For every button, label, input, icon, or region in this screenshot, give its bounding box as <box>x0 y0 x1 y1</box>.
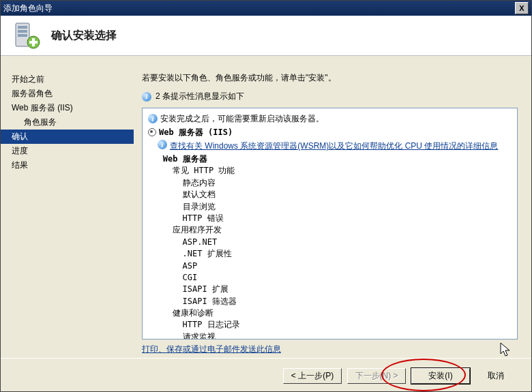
wizard-header: 确认安装选择 <box>1 16 531 56</box>
sidebar-item-role-services[interactable]: 角色服务 <box>1 115 134 130</box>
close-button[interactable]: X <box>515 2 529 14</box>
info-icon: i <box>158 140 167 149</box>
instruction-text: 若要安装以下角色、角色服务或功能，请单击"安装"。 <box>142 72 518 84</box>
previous-button[interactable]: < 上一步(P) <box>283 368 342 384</box>
svg-rect-2 <box>18 30 27 33</box>
info-icon: i <box>148 114 158 123</box>
install-button[interactable]: 安装(I) <box>411 368 470 384</box>
print-link-row: 打印、保存或通过电子邮件发送此信息 <box>142 344 518 355</box>
wizard-body: 开始之前 服务器角色 Web 服务器 (IIS) 角色服务 确认 进度 结果 若… <box>1 56 531 358</box>
wizard-main: 若要安装以下角色、角色服务或功能，请单击"安装"。 i 2 条提示性消息显示如下… <box>134 56 531 358</box>
wizard-sidebar: 开始之前 服务器角色 Web 服务器 (IIS) 角色服务 确认 进度 结果 <box>1 56 134 358</box>
window-title: 添加角色向导 <box>3 3 515 14</box>
titlebar: 添加角色向导 X <box>1 1 531 16</box>
sidebar-item-confirmation[interactable]: 确认 <box>1 130 134 144</box>
wizard-window: 添加角色向导 X 确认安装选择 开始之前 服务器角色 Web 服务器 (IIS)… <box>0 0 532 392</box>
sidebar-item-server-roles[interactable]: 服务器角色 <box>1 87 134 101</box>
next-button: 下一步(N) > <box>347 368 406 384</box>
bullet-icon <box>148 128 156 136</box>
cancel-button[interactable]: 取消 <box>475 368 516 384</box>
page-heading: 确认安装选择 <box>51 29 117 43</box>
info-count-line: i 2 条提示性消息显示如下 <box>142 91 518 102</box>
role-header-row: Web 服务器 (IIS) <box>148 126 512 138</box>
restart-note-text: 安装完成之后，可能需要重新启动该服务器。 <box>160 112 324 125</box>
confirmation-content[interactable]: i 安装完成之后，可能需要重新启动该服务器。 Web 服务器 (IIS) i 查… <box>142 108 518 340</box>
restart-note-row: i 安装完成之后，可能需要重新启动该服务器。 <box>148 112 512 125</box>
wsrm-link[interactable]: 查找有关 Windows 系统资源管理器(WSRM)以及它如何帮助优化 CPU … <box>170 140 498 152</box>
print-save-email-link[interactable]: 打印、保存或通过电子邮件发送此信息 <box>142 344 281 354</box>
services-tree: Web 服务器 常见 HTTP 功能 静态内容 默认文档 目录浏览 HTTP 错… <box>148 153 512 340</box>
svg-rect-3 <box>18 34 27 37</box>
svg-rect-1 <box>18 26 27 29</box>
info-count-text: 2 条提示性消息显示如下 <box>156 91 244 102</box>
sidebar-item-before-begin[interactable]: 开始之前 <box>1 72 134 87</box>
server-role-icon <box>12 20 42 50</box>
sidebar-item-progress[interactable]: 进度 <box>1 144 134 158</box>
sidebar-item-results[interactable]: 结果 <box>1 158 134 172</box>
wizard-footer: < 上一步(P) 下一步(N) > 安装(I) 取消 <box>1 358 531 392</box>
svg-rect-6 <box>29 41 38 44</box>
wsrm-link-row: i 查找有关 Windows 系统资源管理器(WSRM)以及它如何帮助优化 CP… <box>158 140 512 152</box>
role-name: Web 服务器 (IIS) <box>159 126 233 138</box>
sidebar-item-web-server-iis[interactable]: Web 服务器 (IIS) <box>1 101 134 115</box>
info-icon: i <box>142 92 151 102</box>
